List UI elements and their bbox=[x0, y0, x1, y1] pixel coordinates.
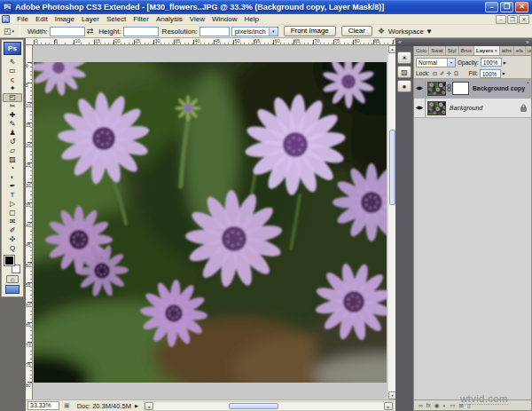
tool-lasso[interactable]: ς bbox=[3, 75, 22, 84]
fill-slider-arrow[interactable]: ▶ bbox=[503, 71, 505, 75]
layer-row-background-copy[interactable]: Background copy bbox=[414, 79, 531, 99]
color-swatches[interactable] bbox=[3, 256, 22, 273]
restore-button[interactable]: ❐ bbox=[500, 2, 513, 12]
screen-mode-button[interactable] bbox=[5, 285, 20, 294]
workspace-menu[interactable]: Workspace ▼ bbox=[388, 28, 433, 36]
resolution-unit-select[interactable]: pixels/inch ▾ bbox=[231, 27, 278, 36]
vertical-scrollbar[interactable]: ▲ ▼ bbox=[387, 45, 395, 399]
panel-tab-urce[interactable]: urce bbox=[526, 46, 531, 55]
link-layers-icon[interactable]: ∞ bbox=[419, 401, 423, 410]
panel-tab-styl[interactable]: Styl bbox=[446, 46, 459, 55]
flower-photo[interactable] bbox=[34, 62, 387, 383]
background-color-swatch[interactable] bbox=[12, 265, 20, 273]
tool-zoom[interactable]: Q bbox=[3, 244, 22, 253]
visibility-toggle[interactable] bbox=[414, 79, 426, 98]
menu-image[interactable]: Image bbox=[51, 14, 78, 25]
status-menu-arrow[interactable]: ▶ bbox=[135, 403, 138, 408]
tool-move[interactable]: ⇖ bbox=[3, 58, 22, 67]
add-layer-mask-icon[interactable]: ◉ bbox=[434, 401, 440, 410]
tool-history-brush[interactable]: ↺ bbox=[3, 138, 22, 146]
lock-image-icon[interactable]: ✐ bbox=[439, 70, 446, 77]
tab-close-icon[interactable]: × bbox=[493, 48, 497, 53]
tool-brush[interactable]: ✎ bbox=[3, 120, 22, 129]
brightness-panel-icon[interactable]: ☀ bbox=[397, 51, 411, 64]
menu-analysis[interactable]: Analysis bbox=[153, 14, 186, 25]
layer-name[interactable]: Background copy bbox=[473, 85, 525, 91]
tool-type[interactable]: T bbox=[3, 191, 22, 200]
layer-thumbnail[interactable] bbox=[427, 101, 446, 115]
tool-slice[interactable]: ✂ bbox=[3, 102, 22, 111]
width-input[interactable] bbox=[50, 27, 85, 36]
tool-dodge[interactable]: ◐ bbox=[3, 173, 22, 182]
lock-transparency-icon[interactable]: ⊡ bbox=[432, 70, 439, 77]
swap-dimensions-icon[interactable]: ⇄ bbox=[87, 27, 94, 36]
layer-mask-thumbnail[interactable] bbox=[452, 82, 469, 95]
close-button[interactable]: ✕ bbox=[515, 2, 528, 12]
panel-tab-els[interactable]: els bbox=[514, 46, 526, 55]
zoom-level-field[interactable]: 33.33% bbox=[27, 401, 59, 410]
chevron-down-icon[interactable]: ▾ bbox=[447, 59, 455, 67]
layer-style-icon[interactable]: fx bbox=[426, 401, 431, 410]
lock-all-icon[interactable]: Ω bbox=[453, 70, 460, 77]
collapse-left-icon[interactable]: « bbox=[398, 39, 402, 46]
menu-view[interactable]: View bbox=[186, 14, 208, 25]
doc-minimize-button[interactable]: – bbox=[496, 15, 506, 24]
tool-eyedropper[interactable]: ✐ bbox=[3, 226, 22, 235]
doc-close-button[interactable]: ✕ bbox=[519, 15, 529, 24]
resolution-input[interactable] bbox=[200, 27, 230, 36]
clear-button[interactable]: Clear bbox=[341, 26, 372, 36]
height-input[interactable] bbox=[123, 27, 159, 36]
panel-scroll-arrow[interactable]: ▲ bbox=[525, 79, 531, 91]
adjustment-layer-icon[interactable]: ◐ bbox=[442, 401, 446, 410]
canvas-area[interactable] bbox=[33, 45, 387, 399]
layer-mask-link-icon[interactable] bbox=[446, 83, 451, 93]
menu-filter[interactable]: Filter bbox=[129, 14, 153, 25]
panel-tab-brus[interactable]: Brus bbox=[459, 46, 474, 55]
horizontal-scrollbar[interactable]: ◂ ▸ bbox=[144, 401, 394, 411]
layer-name[interactable]: Background bbox=[450, 105, 482, 111]
panel-tab-colo[interactable]: Colo bbox=[414, 46, 429, 55]
tool-path-selection[interactable]: ▷ bbox=[3, 200, 22, 209]
doc-restore-button[interactable]: ❐ bbox=[507, 15, 518, 24]
lock-position-icon[interactable]: ✛ bbox=[446, 70, 453, 77]
tool-shape[interactable]: ▢ bbox=[3, 209, 22, 217]
crop-tool-icon[interactable]: ◰ bbox=[4, 27, 12, 36]
scroll-left-arrow[interactable]: ◂ bbox=[145, 402, 153, 410]
tool-eraser[interactable]: ▱ bbox=[3, 146, 22, 155]
menu-select[interactable]: Select bbox=[103, 14, 129, 25]
tool-preset-dropdown-icon[interactable]: ▾ bbox=[12, 28, 15, 34]
blend-mode-select[interactable]: Normal ▾ bbox=[416, 58, 456, 67]
panel-tab-layers[interactable]: Layers × bbox=[474, 46, 500, 55]
tool-blur[interactable]: ◔ bbox=[3, 164, 22, 173]
layer-row-background[interactable]: Background bbox=[414, 99, 531, 118]
layer-thumbnail[interactable] bbox=[427, 82, 446, 96]
scroll-right-arrow[interactable]: ▸ bbox=[384, 402, 393, 410]
front-image-button[interactable]: Front Image bbox=[284, 26, 336, 36]
menu-edit[interactable]: Edit bbox=[32, 14, 51, 25]
tool-rectangular-marquee[interactable]: ▭ bbox=[3, 67, 22, 75]
panel-tab-swat[interactable]: Swat bbox=[429, 46, 445, 55]
menu-help[interactable]: Help bbox=[240, 14, 262, 25]
tool-clone-stamp[interactable]: ♟ bbox=[3, 129, 22, 138]
tool-notes[interactable]: ✉ bbox=[3, 217, 22, 226]
foreground-color-swatch[interactable] bbox=[4, 256, 14, 265]
menu-layer[interactable]: Layer bbox=[78, 14, 103, 25]
tool-crop[interactable]: ◰ bbox=[3, 93, 22, 102]
opacity-value[interactable]: 100% bbox=[481, 58, 502, 67]
fill-value[interactable]: 100% bbox=[480, 69, 501, 78]
visibility-toggle[interactable] bbox=[414, 99, 426, 117]
panel-tab-aths[interactable]: aths bbox=[500, 46, 514, 55]
tool-hand[interactable]: ✣ bbox=[3, 235, 22, 244]
minimize-button[interactable]: – bbox=[485, 2, 498, 12]
tool-pen[interactable]: ✒ bbox=[3, 182, 22, 191]
opacity-slider-arrow[interactable]: ▶ bbox=[504, 60, 506, 65]
vertical-scroll-thumb[interactable] bbox=[389, 130, 395, 205]
collapse-right-icon[interactable]: » bbox=[526, 39, 529, 46]
layer-group-icon[interactable]: ▭ bbox=[450, 401, 455, 410]
tool-healing-brush[interactable]: ✚ bbox=[3, 111, 22, 120]
menu-file[interactable]: File bbox=[13, 14, 32, 25]
photo-panel-icon[interactable]: ▨ bbox=[397, 66, 411, 78]
menu-window[interactable]: Window bbox=[208, 14, 240, 25]
tool-gradient[interactable]: ▨ bbox=[3, 155, 22, 164]
horizontal-scroll-thumb[interactable] bbox=[229, 403, 278, 409]
